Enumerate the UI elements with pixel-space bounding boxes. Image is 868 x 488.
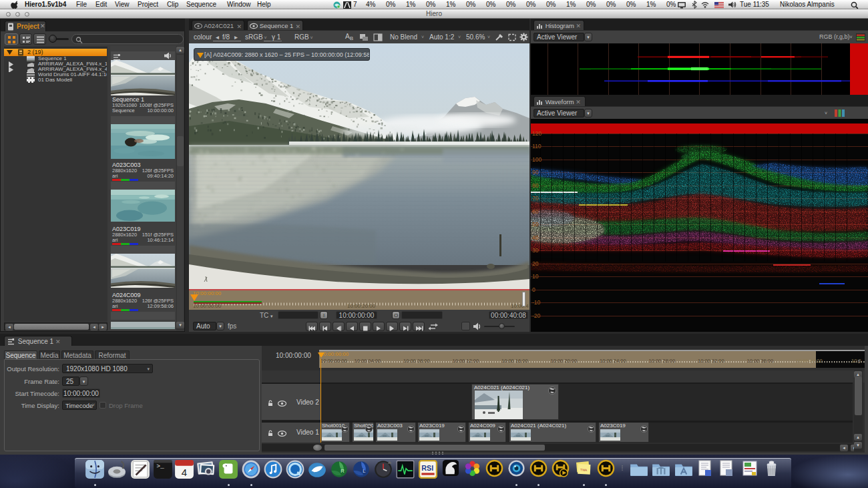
- svg-text:110: 110: [532, 143, 541, 150]
- svg-text:0: 0: [532, 286, 535, 293]
- svg-text:10: 10: [532, 273, 539, 280]
- svg-text:60: 60: [532, 208, 539, 215]
- svg-text:70: 70: [532, 195, 539, 202]
- svg-text:>_: >_: [156, 463, 164, 470]
- svg-text:90: 90: [532, 169, 539, 176]
- svg-text:-20: -20: [532, 312, 541, 319]
- svg-text:120: 120: [532, 130, 541, 137]
- svg-text:40: 40: [532, 234, 539, 241]
- svg-text:RSI: RSI: [421, 464, 433, 472]
- svg-text:L: L: [363, 468, 365, 474]
- svg-text:50: 50: [532, 221, 539, 228]
- svg-text:20: 20: [532, 260, 539, 267]
- svg-text:TWA: TWA: [580, 468, 588, 472]
- svg-text:R: R: [341, 468, 345, 474]
- svg-text:4: 4: [182, 467, 187, 478]
- svg-text:-10: -10: [532, 299, 541, 306]
- svg-text:30: 30: [532, 247, 539, 254]
- svg-text:100: 100: [532, 156, 541, 163]
- svg-text:80: 80: [532, 182, 539, 189]
